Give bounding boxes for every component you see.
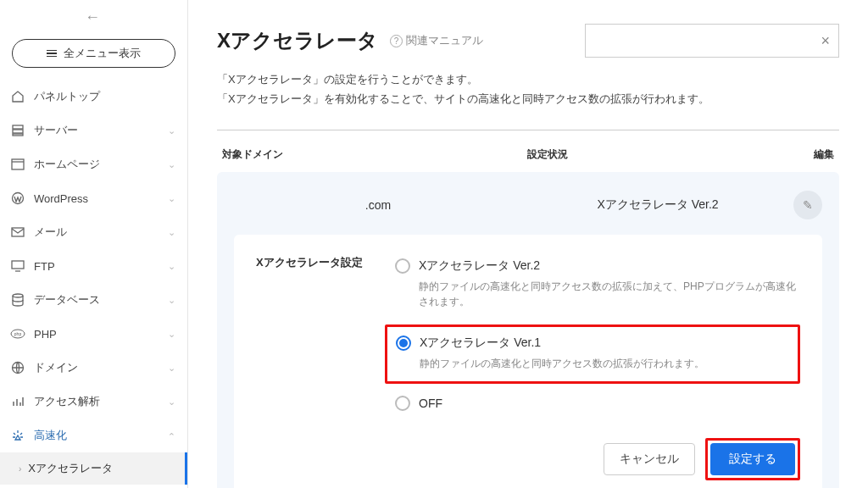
svg-text:php: php <box>14 331 22 336</box>
col-header-status: 設定状況 <box>527 147 800 162</box>
main-content: Xアクセラレータ ? 関連マニュアル × 「Xアクセラレータ」の設定を行うことが… <box>188 0 868 488</box>
chart-icon <box>10 394 25 409</box>
svg-rect-2 <box>13 134 23 136</box>
svg-rect-6 <box>12 228 24 236</box>
sidebar-item-ftp[interactable]: FTP ⌄ <box>0 249 187 283</box>
cancel-button[interactable]: キャンセル <box>604 443 695 475</box>
sidebar-item-analytics[interactable]: アクセス解析 ⌄ <box>0 385 187 419</box>
sidebar-item-mail[interactable]: メール ⌄ <box>0 215 187 249</box>
radio-icon[interactable] <box>395 396 410 411</box>
svg-rect-0 <box>13 125 23 129</box>
chevron-right-icon: › <box>19 464 21 474</box>
all-menu-button[interactable]: 全メニュー表示 <box>12 39 175 68</box>
status-value: Xアクセラレータ Ver.2 <box>522 197 793 213</box>
hamburger-icon <box>47 50 57 58</box>
globe-icon <box>10 360 25 375</box>
chevron-down-icon: ⌄ <box>168 295 175 306</box>
chevron-down-icon: ⌄ <box>168 193 175 204</box>
browser-icon <box>10 157 25 172</box>
divider <box>217 130 839 130</box>
option-off[interactable]: OFF <box>395 391 800 423</box>
radio-icon[interactable] <box>395 258 410 274</box>
manual-link[interactable]: ? 関連マニュアル <box>390 33 483 48</box>
chevron-down-icon: ⌄ <box>168 125 175 136</box>
domain-panel: .com Xアクセラレータ Ver.2 ✎ Xアクセラレータ設定 Xアクセラレー… <box>217 172 839 488</box>
col-header-domain: 対象ドメイン <box>222 147 527 162</box>
chevron-down-icon: ⌄ <box>168 329 175 340</box>
home-icon <box>10 89 25 104</box>
back-arrow-icon[interactable]: ← <box>85 8 100 26</box>
option-ver1[interactable]: Xアクセラレータ Ver.1 静的ファイルの高速化と同時アクセス数の拡張が行われ… <box>385 324 800 384</box>
col-header-edit: 編集 <box>800 147 834 162</box>
sidebar-item-database[interactable]: データベース ⌄ <box>0 283 187 317</box>
chevron-down-icon: ⌄ <box>168 396 175 408</box>
mail-icon <box>10 225 25 240</box>
sidebar-item-server[interactable]: サーバー ⌄ <box>0 114 187 147</box>
speed-icon <box>10 428 25 443</box>
submit-button[interactable]: 設定する <box>710 443 795 475</box>
chevron-down-icon: ⌄ <box>168 227 175 238</box>
edit-button[interactable]: ✎ <box>793 191 822 219</box>
domain-value: .com <box>234 198 522 212</box>
option-ver2[interactable]: Xアクセラレータ Ver.2 静的ファイルの高速化と同時アクセス数の拡張に加えて… <box>395 253 800 321</box>
sidebar-item-php[interactable]: php PHP ⌄ <box>0 317 187 351</box>
sidebar: ← 全メニュー表示 パネルトップ サーバー ⌄ ホームページ ⌄ W <box>0 0 188 488</box>
chevron-down-icon: ⌄ <box>168 159 175 170</box>
svg-rect-7 <box>12 261 24 269</box>
sidebar-item-wordpress[interactable]: WordPress ⌄ <box>0 181 187 215</box>
php-icon: php <box>10 326 25 341</box>
column-headers: 対象ドメイン 設定状況 編集 <box>217 147 839 172</box>
radio-icon[interactable] <box>396 336 411 351</box>
setting-label: Xアクセラレータ設定 <box>256 253 375 423</box>
search-box[interactable]: × <box>585 24 839 58</box>
page-description: 「Xアクセラレータ」の設定を行うことができます。 「Xアクセラレータ」を有効化す… <box>217 69 839 109</box>
svg-rect-3 <box>12 159 24 169</box>
pencil-icon: ✎ <box>803 198 813 212</box>
monitor-icon <box>10 258 25 274</box>
server-icon <box>10 123 25 138</box>
settings-card: Xアクセラレータ設定 Xアクセラレータ Ver.2 静的ファイルの高速化と同時ア… <box>234 235 822 488</box>
sidebar-item-domain[interactable]: ドメイン ⌄ <box>0 351 187 385</box>
close-icon[interactable]: × <box>821 32 830 50</box>
svg-point-9 <box>13 294 23 297</box>
sidebar-item-panel-top[interactable]: パネルトップ <box>0 80 187 114</box>
chevron-up-icon: ⌄ <box>168 430 175 441</box>
svg-rect-1 <box>13 130 23 133</box>
page-title: Xアクセラレータ <box>217 27 378 54</box>
nav: パネルトップ サーバー ⌄ ホームページ ⌄ WordPress ⌄ メール ⌄ <box>0 80 187 488</box>
chevron-down-icon: ⌄ <box>168 363 175 374</box>
chevron-down-icon: ⌄ <box>168 261 175 272</box>
sidebar-subitem-x-accelerator[interactable]: › Xアクセラレータ <box>0 452 187 485</box>
sidebar-item-homepage[interactable]: ホームページ ⌄ <box>0 147 187 181</box>
sidebar-item-speed[interactable]: 高速化 ⌄ <box>0 419 187 452</box>
wordpress-icon <box>10 191 25 206</box>
search-input[interactable] <box>594 35 821 47</box>
question-icon: ? <box>390 35 403 47</box>
database-icon <box>10 292 25 308</box>
all-menu-label: 全メニュー表示 <box>64 46 141 61</box>
